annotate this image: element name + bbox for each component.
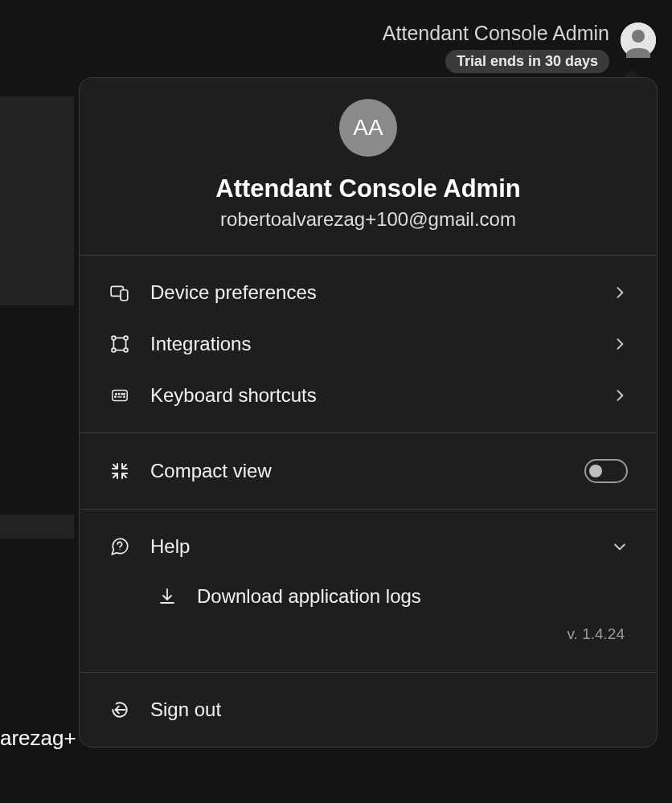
sub-item-label: Download application logs xyxy=(197,585,421,608)
menu-group-settings: Device preferences Integrations xyxy=(80,256,657,432)
menu-item-device-preferences[interactable]: Device preferences xyxy=(80,267,657,318)
svg-point-12 xyxy=(124,393,125,394)
trial-badge: Trial ends in 30 days xyxy=(445,50,609,73)
svg-point-6 xyxy=(112,348,116,352)
menu-group-help: Help Download application logs v. 1.4.24 xyxy=(80,510,657,672)
profile-email: robertoalvarezag+100@gmail.com xyxy=(104,208,633,231)
header: Attendant Console Admin Trial ends in 30… xyxy=(383,21,656,73)
svg-point-4 xyxy=(112,336,116,340)
svg-rect-8 xyxy=(113,391,127,401)
chevron-right-icon xyxy=(612,336,628,352)
user-popover: AA Attendant Console Admin robertoalvare… xyxy=(79,77,658,748)
svg-point-9 xyxy=(116,393,117,394)
bg-partial-text: arezag+ xyxy=(0,726,76,751)
version-label: v. 1.4.24 xyxy=(80,614,657,661)
bg-strip xyxy=(0,514,74,539)
menu-label: Help xyxy=(150,535,592,558)
keyboard-icon xyxy=(109,384,131,407)
header-text: Attendant Console Admin Trial ends in 30… xyxy=(383,21,609,73)
menu-item-compact-view[interactable]: Compact view xyxy=(80,445,657,498)
sub-item-download-logs[interactable]: Download application logs xyxy=(80,572,657,614)
menu-label: Sign out xyxy=(150,699,628,721)
svg-point-1 xyxy=(632,30,645,43)
menu-item-integrations[interactable]: Integrations xyxy=(80,318,657,370)
profile-name: Attendant Console Admin xyxy=(104,174,633,203)
profile-section: AA Attendant Console Admin robertoalvare… xyxy=(80,78,657,255)
chevron-down-icon xyxy=(612,539,628,555)
avatar-button[interactable] xyxy=(621,23,656,58)
compact-view-icon xyxy=(109,460,131,482)
menu-label: Keyboard shortcuts xyxy=(150,384,592,407)
menu-item-help[interactable]: Help xyxy=(80,521,657,572)
bg-strip xyxy=(0,96,74,305)
help-icon xyxy=(109,535,131,558)
menu-group-view: Compact view xyxy=(80,433,657,509)
svg-point-20 xyxy=(119,549,120,550)
menu-label: Compact view xyxy=(150,460,565,482)
device-icon xyxy=(109,281,131,304)
avatar-initials: AA xyxy=(339,99,397,157)
page-title: Attendant Console Admin xyxy=(383,21,609,45)
person-icon xyxy=(621,23,656,58)
chevron-right-icon xyxy=(612,387,628,404)
menu-item-sign-out[interactable]: Sign out xyxy=(80,684,657,735)
chevron-right-icon xyxy=(612,285,628,301)
svg-point-13 xyxy=(115,396,116,397)
svg-rect-3 xyxy=(121,290,128,301)
svg-point-15 xyxy=(124,396,125,397)
integrations-icon xyxy=(109,333,131,355)
menu-group-signout: Sign out xyxy=(80,673,657,747)
menu-label: Device preferences xyxy=(150,281,592,304)
sign-out-icon xyxy=(109,699,131,721)
svg-point-7 xyxy=(124,348,128,352)
download-icon xyxy=(157,586,178,607)
compact-view-toggle[interactable] xyxy=(584,459,628,483)
menu-item-keyboard-shortcuts[interactable]: Keyboard shortcuts xyxy=(80,370,657,421)
svg-point-10 xyxy=(118,393,119,394)
menu-label: Integrations xyxy=(150,333,592,355)
svg-point-11 xyxy=(121,393,122,394)
svg-point-5 xyxy=(124,336,128,340)
